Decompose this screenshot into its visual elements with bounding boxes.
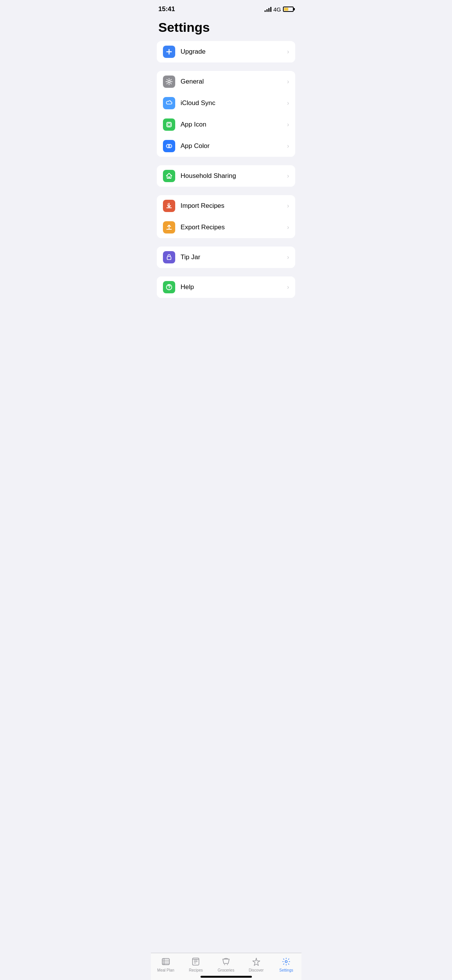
status-bar: 15:41 4G xyxy=(151,0,301,16)
appicon-chevron: › xyxy=(287,121,289,128)
export-icon xyxy=(163,221,175,233)
settings-group-import-export: Import Recipes › Export Recipes › xyxy=(157,195,295,238)
help-icon xyxy=(163,281,175,293)
svg-rect-3 xyxy=(167,122,171,127)
help-chevron: › xyxy=(287,284,289,291)
general-icon xyxy=(163,76,175,88)
svg-rect-8 xyxy=(167,257,171,260)
tipjar-chevron: › xyxy=(287,254,289,261)
import-label: Import Recipes xyxy=(181,202,287,210)
household-chevron: › xyxy=(287,173,289,179)
svg-rect-7 xyxy=(167,203,169,206)
settings-row-household[interactable]: Household Sharing › xyxy=(157,165,295,187)
upgrade-icon xyxy=(163,46,175,58)
settings-group-app: General › iCloud Sync › App Icon › xyxy=(157,71,295,157)
export-label: Export Recipes xyxy=(181,224,287,231)
settings-row-appcolor[interactable]: App Color › xyxy=(157,135,295,157)
icloud-icon xyxy=(163,97,175,109)
settings-group-household: Household Sharing › xyxy=(157,165,295,187)
page-title: Settings xyxy=(151,16,301,41)
export-chevron: › xyxy=(287,224,289,231)
settings-row-icloud[interactable]: iCloud Sync › xyxy=(157,92,295,114)
icloud-chevron: › xyxy=(287,100,289,107)
battery-icon xyxy=(283,7,294,12)
household-label: Household Sharing xyxy=(181,172,287,180)
appicon-label: App Icon xyxy=(181,121,287,128)
import-icon xyxy=(163,200,175,212)
settings-row-export[interactable]: Export Recipes › xyxy=(157,217,295,238)
status-icons: 4G xyxy=(265,6,294,13)
status-time: 15:41 xyxy=(158,5,175,13)
appcolor-icon xyxy=(163,140,175,152)
svg-rect-4 xyxy=(168,123,171,126)
tipjar-icon xyxy=(163,251,175,263)
signal-icon xyxy=(265,7,271,12)
settings-row-help[interactable]: Help › xyxy=(157,276,295,298)
settings-row-upgrade[interactable]: Upgrade › xyxy=(157,41,295,62)
icloud-label: iCloud Sync xyxy=(181,99,287,107)
network-label: 4G xyxy=(273,6,281,13)
appcolor-label: App Color xyxy=(181,142,287,150)
settings-row-appicon[interactable]: App Icon › xyxy=(157,114,295,135)
general-label: General xyxy=(181,78,287,86)
settings-group-upgrade: Upgrade › xyxy=(157,41,295,62)
settings-row-import[interactable]: Import Recipes › xyxy=(157,195,295,217)
appicon-icon xyxy=(163,118,175,131)
settings-group-tip: Tip Jar › xyxy=(157,247,295,268)
settings-row-tipjar[interactable]: Tip Jar › xyxy=(157,247,295,268)
household-icon xyxy=(163,170,175,182)
general-chevron: › xyxy=(287,78,289,85)
settings-row-general[interactable]: General › xyxy=(157,71,295,92)
svg-point-10 xyxy=(169,289,169,289)
tipjar-label: Tip Jar xyxy=(181,253,287,261)
svg-point-2 xyxy=(168,81,170,83)
settings-group-help: Help › xyxy=(157,276,295,298)
upgrade-chevron: › xyxy=(287,48,289,55)
import-chevron: › xyxy=(287,202,289,209)
help-label: Help xyxy=(181,283,287,291)
appcolor-chevron: › xyxy=(287,143,289,150)
upgrade-label: Upgrade xyxy=(181,48,287,56)
